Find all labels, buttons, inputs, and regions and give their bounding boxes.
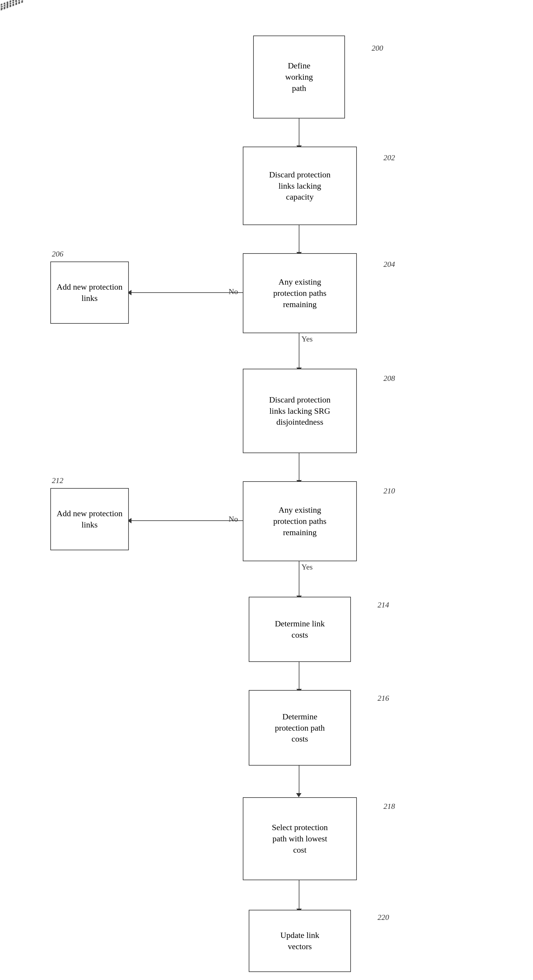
box-214-label: Determine link costs [275, 618, 325, 641]
ref-210: 210 [383, 487, 395, 495]
arrow-214-216 [299, 662, 299, 690]
ref-218: 218 [383, 802, 395, 811]
label-no1: No [229, 287, 238, 296]
box-202: Discard protection links lacking capacit… [243, 146, 357, 225]
box-206-label: Add new protection links [57, 282, 122, 304]
ref-214: 214 [377, 601, 389, 609]
box-210-label: Any existing protection paths remaining [273, 504, 327, 538]
ref-216: 216 [377, 694, 389, 703]
arrow-208-210 [299, 453, 299, 481]
ref-202: 202 [383, 153, 395, 162]
box-204: Any existing protection paths remaining [243, 253, 357, 333]
arrowhead-216-218 [296, 793, 301, 797]
box-206: Add new protection links [50, 261, 129, 324]
arrow-216-218 [299, 765, 299, 794]
ref-200: 200 [372, 44, 383, 53]
box-200-label: Define working path [285, 60, 313, 94]
box-218-label: Select protection path with lowest cost [272, 822, 328, 855]
ref-220: 220 [377, 913, 389, 922]
flowchart-diagram: Define working path 200 Discard protecti… [0, 0, 533, 980]
ref-204: 204 [383, 260, 395, 269]
label-yes1: Yes [301, 335, 313, 344]
arrow-204-208 [299, 333, 299, 369]
arrow-200-202 [299, 118, 299, 146]
box-202-label: Discard protection links lacking capacit… [269, 169, 331, 202]
ref-206: 206 [52, 250, 64, 259]
box-210: Any existing protection paths remaining [243, 481, 357, 561]
arrow-210-214 [299, 561, 299, 597]
box-212: Add new protection links [50, 488, 129, 550]
box-200: Define working path [253, 35, 345, 118]
arrow-218-220 [299, 880, 299, 910]
arrow-204-206 [130, 292, 243, 293]
arrow-202-204 [299, 225, 299, 253]
ref-212: 212 [52, 476, 64, 485]
ref-208: 208 [383, 374, 395, 383]
box-208: Discard protection links lacking SRG dis… [243, 369, 357, 453]
box-218: Select protection path with lowest cost [243, 797, 357, 880]
box-214: Determine link costs [249, 597, 351, 662]
arrow-210-212 [130, 520, 243, 521]
box-216-label: Determine protection path costs [275, 711, 325, 745]
label-no2: No [229, 515, 238, 523]
label-yes2: Yes [301, 563, 313, 571]
box-220-label: Update link vectors [280, 930, 319, 952]
box-216: Determine protection path costs [249, 690, 351, 765]
box-212-label: Add new protection links [57, 508, 122, 530]
box-208-label: Discard protection links lacking SRG dis… [269, 394, 331, 428]
box-220: Update link vectors [249, 910, 351, 972]
box-204-label: Any existing protection paths remaining [273, 276, 327, 310]
